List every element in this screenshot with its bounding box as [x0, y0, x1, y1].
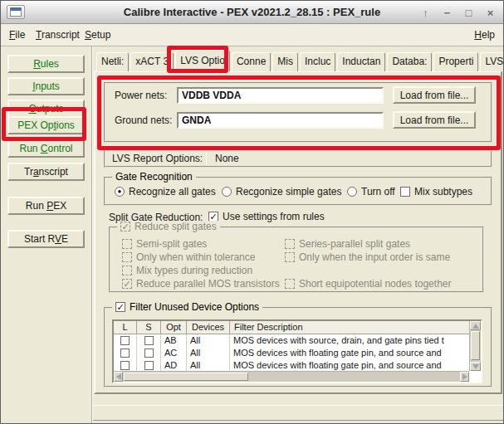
description-cell: MOS devices with floating gate pin, and … [230, 359, 469, 372]
vertical-scrollbar[interactable] [469, 321, 481, 371]
lvs-report-options-label: LVS Report Options: [112, 153, 203, 164]
lvs-report-separator [206, 152, 207, 165]
ground-load-from-file-button[interactable]: Load from file... [393, 111, 476, 129]
devices-cell: All [187, 334, 230, 347]
app-window: Calibre Interactive - PEX v2021.2_28.15 … [0, 0, 504, 424]
checkbox-label: Use settings from rules [223, 211, 325, 222]
device-filter-table: L S Opt Devices Filter Description AB Al… [112, 319, 482, 383]
right-arrow-icon [462, 373, 467, 380]
sidebar-button-inputs[interactable]: Inputs [7, 77, 85, 95]
checkbox-icon [400, 187, 410, 197]
sidebar-button-rules[interactable]: Rules [7, 55, 85, 73]
table-row[interactable]: AD All MOS devices with floating gate pi… [114, 359, 469, 372]
scroll-left-button[interactable] [114, 372, 123, 382]
up-arrow-icon [472, 324, 479, 329]
checkbox-use-settings-from-rules[interactable]: ✓ Use settings from rules [208, 211, 325, 222]
scroll-up-button[interactable] [470, 321, 481, 330]
checkbox-mix-subtypes[interactable]: Mix subtypes [400, 186, 472, 197]
gate-recognition-title: Gate Recognition [112, 171, 196, 183]
description-cell: MOS devices with floating gate pin, and … [230, 347, 469, 359]
checkbox-icon[interactable] [144, 336, 154, 345]
table-header-row: L S Opt Devices Filter Description [114, 321, 469, 334]
s-cell [137, 359, 161, 372]
scroll-right-button[interactable] [460, 372, 469, 382]
radio-recognize-simple-gates[interactable]: Recgonize simple gates [222, 186, 341, 197]
run-pex-button[interactable]: Run PEX [7, 197, 85, 215]
checkbox-label: Semi-split gates [136, 238, 207, 250]
tab-bar: Netli: xACT 3 LVS Optio Conne Mis Incluc… [96, 50, 504, 71]
table-row[interactable]: AC All MOS devices with floating gate pi… [114, 347, 469, 359]
tab-connect[interactable]: Conne [232, 52, 271, 71]
radio-label: Turn off [361, 186, 395, 197]
checkbox-filter-unused-device-options[interactable]: ✓ Filter Unused Device Options [112, 301, 262, 313]
power-load-from-file-button[interactable]: Load from file... [393, 86, 476, 104]
tab-properties[interactable]: Properti [433, 52, 478, 71]
checkbox-label: Short equipotential nodes together [299, 278, 451, 290]
radio-turn-off[interactable]: Turn off [347, 186, 395, 197]
vertical-scroll-thumb[interactable] [471, 331, 480, 360]
sidebar-button-outputs[interactable]: Outputs [7, 100, 85, 118]
table-row[interactable]: AB All MOS devices with source, drain, a… [114, 334, 469, 347]
radio-label: Recognize all gates [129, 186, 216, 197]
lvs-report-options-value: None [215, 153, 239, 164]
ground-nets-label: Ground nets: [115, 115, 172, 126]
radio-icon: ● [115, 187, 125, 197]
menubar: File Transcript Setup Help [1, 24, 503, 46]
close-button[interactable]: × [484, 7, 497, 19]
checkbox-icon[interactable] [120, 336, 130, 345]
start-rve-button[interactable]: Start RVE [7, 230, 85, 248]
radio-recognize-all-gates[interactable]: ● Recognize all gates [115, 186, 216, 197]
tab-lvs-options[interactable]: LVS Optio [175, 50, 230, 71]
menu-help[interactable]: Help [471, 24, 498, 46]
ground-nets-input[interactable] [177, 112, 384, 129]
checkbox-reduce-parallel-mos-transistors: ✓ Reduce parallel MOS transistors [122, 278, 280, 290]
minimize-button[interactable]: − [441, 7, 453, 19]
sidebar-button-run-control[interactable]: Run Control [7, 139, 85, 158]
checkbox-icon[interactable] [120, 361, 130, 370]
checkbox-icon[interactable] [144, 348, 154, 358]
shade-button[interactable]: ↑ [419, 7, 432, 19]
opt-cell: AC [161, 347, 187, 359]
maximize-button[interactable]: □ [462, 7, 475, 19]
devices-cell: All [187, 359, 230, 372]
tab-include[interactable]: Incluc [300, 52, 335, 71]
checkbox-icon[interactable] [144, 361, 154, 370]
tab-database[interactable]: Databa: [387, 52, 432, 71]
checkbox-series-parallel-split-gates: Series-parallel split gates [285, 238, 410, 250]
column-header-opt[interactable]: Opt [161, 321, 187, 334]
checkbox-icon[interactable] [120, 348, 130, 358]
radio-icon [347, 187, 357, 197]
menu-file[interactable]: File [6, 24, 28, 46]
s-cell [137, 347, 161, 359]
checkbox-short-equipotential-nodes: Short equipotential nodes together [285, 278, 451, 290]
tab-xact3[interactable]: xACT 3 [130, 52, 174, 71]
sidebar-button-transcript[interactable]: Transcript [7, 163, 85, 181]
checkbox-icon [285, 279, 295, 289]
checkbox-icon: ✓ [115, 302, 125, 312]
checkbox-icon: ✓ [122, 279, 132, 289]
tab-netlist[interactable]: Netli: [96, 52, 129, 71]
checkbox-label: Reduce parallel MOS transistors [136, 278, 280, 290]
tab-misc[interactable]: Mis [272, 52, 298, 71]
checkbox-icon [122, 266, 132, 275]
horizontal-scroll-thumb[interactable] [124, 373, 248, 381]
sidebar-button-pex-options[interactable]: PEX Options [7, 116, 85, 134]
menu-transcript[interactable]: Transcript [32, 24, 83, 46]
opt-cell: AB [161, 334, 187, 347]
l-cell [114, 347, 137, 359]
l-cell [114, 334, 137, 347]
column-header-filter-description[interactable]: Filter Description [230, 321, 469, 334]
column-header-l[interactable]: L [114, 321, 137, 334]
power-nets-input[interactable] [177, 87, 384, 104]
column-header-s[interactable]: S [137, 321, 161, 334]
checkbox-icon [122, 239, 132, 249]
tab-lvs-box[interactable]: LVS B [480, 52, 504, 71]
checkbox-label: Reduce split gates [135, 221, 217, 232]
scroll-down-button[interactable] [470, 362, 481, 371]
lvs-report-options-row[interactable]: LVS Report Options: None [104, 149, 492, 168]
horizontal-scrollbar[interactable] [114, 371, 469, 382]
column-header-devices[interactable]: Devices [187, 321, 230, 334]
tab-inductance[interactable]: Inductan [337, 52, 385, 71]
menu-setup[interactable]: Setup [81, 24, 114, 46]
devices-cell: All [187, 347, 230, 359]
